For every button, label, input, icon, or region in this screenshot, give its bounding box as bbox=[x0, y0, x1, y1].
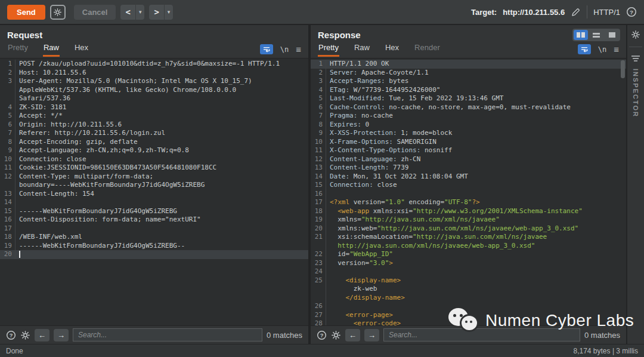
layout-columns-button[interactable] bbox=[574, 30, 588, 40]
request-editor[interactable]: 1POST /zkau/upload?uuid=101010&dtid=z_h7… bbox=[0, 58, 308, 325]
code-line[interactable]: 18/WEB-INF/web.xml bbox=[0, 233, 308, 242]
search-prev-button[interactable]: ← bbox=[345, 329, 360, 341]
code-line[interactable]: 24 bbox=[311, 267, 626, 276]
code-line[interactable]: 6Origin: http://10.211.55.6 bbox=[0, 121, 308, 130]
editor-menu-button[interactable]: ≡ bbox=[296, 45, 301, 54]
search-next-button[interactable]: → bbox=[364, 329, 379, 341]
code-line[interactable]: 13Content-Length: 7739 bbox=[311, 164, 626, 173]
http-version-selector[interactable]: HTTP/1 bbox=[593, 8, 620, 17]
filter-icon[interactable] bbox=[631, 54, 640, 63]
code-line[interactable]: 8Accept-Encoding: gzip, deflate bbox=[0, 138, 308, 147]
dropdown-caret-icon[interactable]: ▾ bbox=[165, 9, 174, 15]
search-settings-button[interactable] bbox=[20, 330, 30, 340]
dropdown-caret-icon[interactable]: ▾ bbox=[136, 9, 145, 15]
inspector-tab[interactable]: INSPECTOR bbox=[632, 69, 639, 118]
code-line[interactable]: 28 <error-code> bbox=[311, 319, 626, 325]
code-line[interactable]: 10X-Frame-Options: SAMEORIGIN bbox=[311, 138, 626, 147]
code-line[interactable]: 5Last-Modified: Tue, 15 Feb 2022 19:13:4… bbox=[311, 94, 626, 103]
code-line[interactable]: zk-web bbox=[311, 285, 626, 294]
code-line[interactable]: 1HTTP/1.1 200 OK bbox=[311, 60, 626, 69]
code-line[interactable]: 13Content-Length: 154 bbox=[0, 190, 308, 199]
word-wrap-toggle[interactable] bbox=[578, 44, 591, 54]
code-line[interactable]: 21 xsi:schemaLocation="http://java.sun.c… bbox=[311, 233, 626, 242]
code-line[interactable]: 4ETag: W/"7739-1644952426000" bbox=[311, 86, 626, 95]
code-line[interactable]: 6Cache-Control: no-cache, no-store, max-… bbox=[311, 103, 626, 112]
code-line[interactable]: 3User-Agent: Mozilla/5.0 (Macintosh; Int… bbox=[0, 77, 308, 86]
code-line[interactable]: 9X-XSS-Protection: 1; mode=block bbox=[311, 129, 626, 138]
search-help-button[interactable] bbox=[6, 330, 16, 340]
code-line[interactable]: 16 bbox=[311, 190, 626, 199]
editor-menu-button[interactable]: ≡ bbox=[614, 45, 619, 54]
code-line[interactable]: 5Accept: */* bbox=[0, 112, 308, 121]
search-prev-button[interactable]: ← bbox=[35, 329, 49, 341]
cancel-button[interactable]: Cancel bbox=[74, 5, 116, 20]
tab-pretty[interactable]: Pretty bbox=[7, 41, 29, 57]
tab-render[interactable]: Render bbox=[414, 41, 441, 57]
show-newlines-toggle[interactable]: \n bbox=[280, 45, 289, 54]
code-line[interactable]: 12Content-Type: multipart/form-data; bbox=[0, 173, 308, 181]
code-line[interactable]: 18 <web-app xmlns:xsi="http://www.w3.org… bbox=[311, 207, 626, 216]
tab-pretty[interactable]: Pretty bbox=[318, 41, 339, 57]
help-button[interactable] bbox=[626, 7, 637, 17]
response-editor[interactable]: 1HTTP/1.1 200 OK2Server: Apache-Coyote/1… bbox=[311, 58, 626, 325]
request-panel: Request PrettyRawHex \n ≡ 1POST /zkau/up… bbox=[0, 25, 308, 344]
line-number: 17 bbox=[0, 224, 16, 233]
code-line[interactable]: 19------WebKitFormBoundaryJ7idG4OgW5iZRE… bbox=[0, 242, 308, 251]
code-line[interactable]: AppleWebKit/537.36 (KHTML, like Gecko) C… bbox=[0, 86, 308, 95]
code-line[interactable]: 2Server: Apache-Coyote/1.1 bbox=[311, 69, 626, 78]
forward-request-button[interactable]: > ▾ bbox=[149, 5, 173, 20]
show-newlines-toggle[interactable]: \n bbox=[598, 45, 606, 54]
request-search-input[interactable] bbox=[73, 328, 262, 341]
code-line[interactable]: </display-name> bbox=[311, 294, 626, 303]
tab-raw[interactable]: Raw bbox=[354, 41, 370, 57]
code-line[interactable]: 14Date: Mon, 31 Oct 2022 11:08:04 GMT bbox=[311, 173, 626, 181]
code-line[interactable]: 20 xmlns:web="http://java.sun.com/xml/ns… bbox=[311, 224, 626, 233]
response-search-input[interactable] bbox=[383, 328, 580, 341]
code-line[interactable]: 9Accept-Language: zh-CN,zh;q=0.9,zh-TW;q… bbox=[0, 146, 308, 155]
code-line[interactable]: Safari/537.36 bbox=[0, 94, 308, 103]
code-line[interactable]: http://java.sun.com/xml/ns/javaee/web-ap… bbox=[311, 242, 626, 251]
tab-raw[interactable]: Raw bbox=[43, 41, 60, 57]
code-line[interactable]: 17 bbox=[0, 224, 308, 233]
code-line[interactable]: 12Content-Language: zh-CN bbox=[311, 155, 626, 164]
inspector-settings-button[interactable] bbox=[631, 30, 640, 39]
code-line[interactable]: 22 id="WebApp_ID" bbox=[311, 250, 626, 259]
back-request-button[interactable]: < ▾ bbox=[120, 5, 144, 20]
code-line[interactable]: 14 bbox=[0, 198, 308, 207]
gear-icon bbox=[20, 330, 30, 340]
code-line[interactable]: boundary=----WebKitFormBoundaryJ7idG4OgW… bbox=[0, 181, 308, 190]
code-line[interactable]: 1POST /zkau/upload?uuid=101010&dtid=z_h7… bbox=[0, 60, 308, 69]
code-line[interactable]: 11Cookie:JSESSIONID=986150E63DB473A50F54… bbox=[0, 164, 308, 173]
request-match-count: 0 matches bbox=[267, 331, 302, 340]
code-line[interactable]: 3Accept-Ranges: bytes bbox=[311, 77, 626, 86]
code-line[interactable]: 17<?xml version="1.0" encoding="UTF-8"?> bbox=[311, 198, 626, 207]
code-line[interactable]: 10Connection: close bbox=[0, 155, 308, 164]
code-line[interactable]: 15------WebKitFormBoundaryJ7idG4OgW5iZRE… bbox=[0, 207, 308, 216]
code-line[interactable]: 16Content-Disposition: form-data; name="… bbox=[0, 216, 308, 224]
search-next-button[interactable]: → bbox=[54, 329, 69, 341]
search-help-button[interactable] bbox=[317, 330, 327, 340]
tab-hex[interactable]: Hex bbox=[385, 41, 400, 57]
tab-hex[interactable]: Hex bbox=[74, 41, 89, 57]
edit-target-button[interactable] bbox=[571, 7, 581, 17]
code-line[interactable]: 20 bbox=[0, 250, 308, 259]
code-line[interactable]: 11X-Content-Type-Options: nosniff bbox=[311, 146, 626, 155]
code-line[interactable]: 19 xmlns="http://java.sun.com/xml/ns/jav… bbox=[311, 216, 626, 224]
word-wrap-toggle[interactable] bbox=[260, 44, 273, 54]
code-line[interactable]: 25 <display-name> bbox=[311, 276, 626, 285]
layout-rows-button[interactable] bbox=[589, 30, 603, 40]
code-line[interactable]: 26 bbox=[311, 302, 626, 311]
code-line[interactable]: 7Referer: http://10.211.55.6/login.zul bbox=[0, 129, 308, 138]
code-line[interactable]: 7Pragma: no-cache bbox=[311, 112, 626, 121]
code-line[interactable]: 23 version="3.0"> bbox=[311, 259, 626, 268]
code-line[interactable]: 8Expires: 0 bbox=[311, 121, 626, 130]
scrollbar-thumb[interactable] bbox=[621, 60, 625, 78]
code-line[interactable]: 4ZK-SID: 3181 bbox=[0, 103, 308, 112]
code-line[interactable]: 2Host: 10.211.55.6 bbox=[0, 69, 308, 78]
send-settings-button[interactable] bbox=[50, 5, 66, 20]
code-line[interactable]: 15Connection: close bbox=[311, 181, 626, 190]
layout-single-button[interactable] bbox=[605, 30, 619, 40]
send-button[interactable]: Send bbox=[7, 5, 45, 20]
search-settings-button[interactable] bbox=[331, 330, 341, 340]
code-line[interactable]: 27 <error-page> bbox=[311, 311, 626, 320]
